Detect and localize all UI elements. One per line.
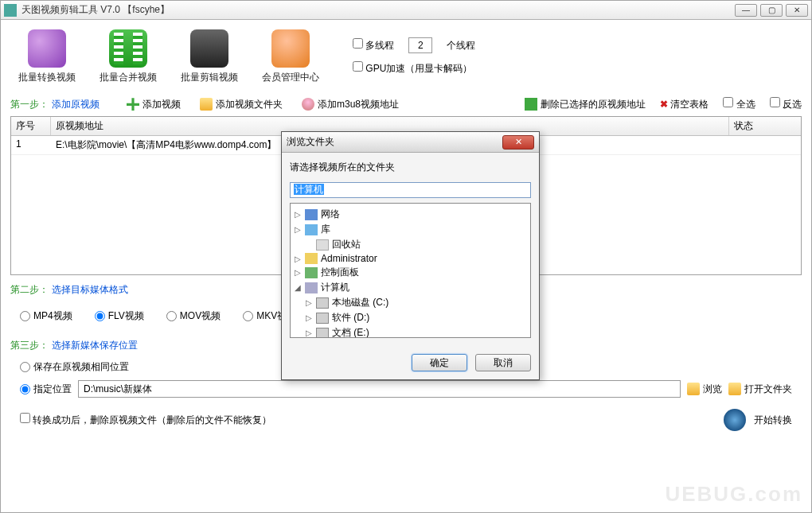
thread-count-input[interactable]: 2: [408, 37, 432, 53]
browse-folder-dialog: 浏览文件夹 ✕ 请选择视频所在的文件夹 计算机 ▷网络 ▷库 回收站 ▷Admi…: [281, 131, 540, 380]
member-icon: [271, 29, 310, 68]
disk-icon: [316, 313, 329, 324]
save-same-location[interactable]: 保存在原视频相同位置: [20, 360, 129, 374]
merge-icon: [109, 29, 147, 68]
open-folder-icon: [728, 383, 741, 395]
format-mov[interactable]: MOV视频: [166, 309, 221, 323]
multithread-checkbox[interactable]: 多线程: [353, 38, 394, 52]
panel-icon: [305, 267, 318, 278]
dialog-title: 浏览文件夹: [287, 135, 502, 149]
select-all-checkbox[interactable]: 全选: [723, 97, 755, 111]
open-folder-button[interactable]: 打开文件夹: [728, 383, 792, 396]
col-seq[interactable]: 序号: [11, 117, 51, 135]
start-icon: [724, 409, 746, 431]
m3u8-icon: [302, 98, 314, 111]
plus-icon: [127, 98, 139, 111]
minimize-button[interactable]: —: [735, 4, 757, 17]
tree-admin[interactable]: ▷Administrator: [294, 252, 527, 265]
invert-checkbox[interactable]: 反选: [770, 97, 802, 111]
folder-tree[interactable]: ▷网络 ▷库 回收站 ▷Administrator ▷控制面板 ◢计算机 ▷本地…: [290, 203, 531, 338]
tree-disk-d[interactable]: ▷软件 (D:): [294, 310, 527, 325]
browse-icon: [687, 383, 700, 395]
save-custom-location[interactable]: 指定位置: [20, 383, 72, 396]
add-folder-button[interactable]: 添加视频文件夹: [200, 98, 283, 111]
tree-panel[interactable]: ▷控制面板: [294, 265, 527, 280]
dialog-ok-button[interactable]: 确定: [412, 354, 467, 371]
start-convert-button[interactable]: 开始转换: [724, 409, 792, 431]
clear-table-button[interactable]: ✖ 清空表格: [660, 98, 709, 111]
maximize-button[interactable]: ▢: [760, 4, 783, 17]
browse-button[interactable]: 浏览: [687, 383, 722, 396]
folder-icon: [200, 98, 213, 111]
disk-icon: [316, 328, 329, 339]
col-status[interactable]: 状态: [729, 117, 801, 135]
close-button[interactable]: ✕: [786, 4, 808, 17]
app-icon: [4, 4, 17, 17]
add-m3u8-button[interactable]: 添加m3u8视频地址: [302, 98, 399, 111]
format-flv[interactable]: FLV视频: [95, 309, 144, 323]
recycle-icon: [316, 239, 329, 251]
disk-icon: [316, 297, 329, 309]
dialog-label: 请选择视频所在的文件夹: [290, 161, 531, 174]
tree-disk-e[interactable]: ▷文档 (E:): [294, 325, 527, 338]
network-icon: [305, 209, 318, 220]
add-video-button[interactable]: 添加视频: [127, 98, 181, 111]
tree-computer[interactable]: ◢计算机: [294, 280, 527, 295]
tree-recycle[interactable]: 回收站: [294, 237, 527, 252]
save-path-input[interactable]: [78, 380, 681, 398]
x-icon: ✖: [660, 99, 668, 110]
convert-icon: [28, 29, 66, 68]
format-mp4[interactable]: MP4视频: [20, 309, 72, 323]
computer-icon: [305, 282, 318, 293]
library-icon: [305, 224, 318, 235]
user-icon: [305, 253, 318, 264]
delete-after-checkbox[interactable]: 转换成功后，删除原视频文件（删除后的文件不能恢复）: [20, 413, 271, 427]
dialog-close-button[interactable]: ✕: [502, 135, 534, 150]
delete-icon: [525, 98, 537, 111]
step1-header: 第一步：添加原视频 添加视频 添加视频文件夹 添加m3u8视频地址 删除已选择的…: [10, 97, 802, 111]
tree-network[interactable]: ▷网络: [294, 207, 527, 222]
toolbar-member[interactable]: 会员管理中心: [262, 29, 319, 84]
delete-selected-button[interactable]: 删除已选择的原视频地址: [525, 98, 646, 111]
tree-library[interactable]: ▷库: [294, 222, 527, 237]
tree-disk-c[interactable]: ▷本地磁盘 (C:): [294, 295, 527, 310]
gpu-checkbox[interactable]: GPU加速（用显卡解码）: [353, 61, 472, 76]
toolbar-convert[interactable]: 批量转换视频: [18, 29, 76, 84]
toolbar-edit[interactable]: 批量剪辑视频: [181, 29, 238, 84]
window-title: 天图视频剪辑工具 V7.0 【fscyhe】: [21, 3, 735, 17]
titlebar: 天图视频剪辑工具 V7.0 【fscyhe】 — ▢ ✕: [1, 1, 811, 20]
thread-suffix-label: 个线程: [447, 39, 475, 52]
edit-icon: [190, 29, 228, 68]
toolbar-merge[interactable]: 批量合并视频: [100, 29, 157, 84]
dialog-cancel-button[interactable]: 取消: [475, 354, 531, 371]
dialog-path-input[interactable]: 计算机: [290, 182, 531, 198]
